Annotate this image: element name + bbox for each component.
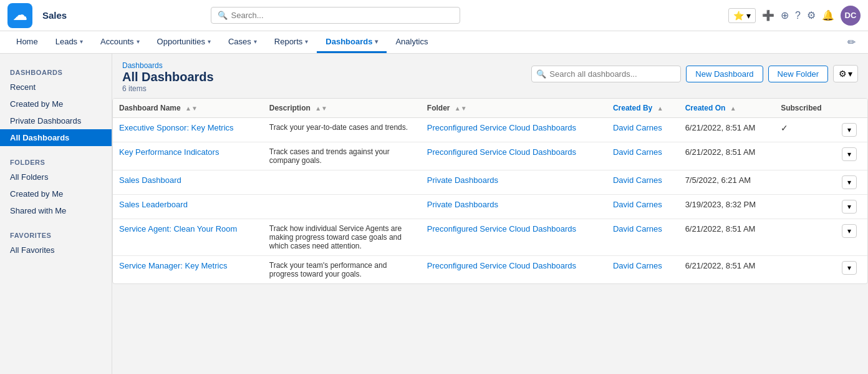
global-search-input[interactable] <box>231 11 453 20</box>
cell-created-by-2: David Carnes <box>607 170 679 195</box>
col-description[interactable]: Description ▲▼ <box>263 99 421 118</box>
sidebar-item-folders-created-by-me[interactable]: Created by Me <box>0 185 112 202</box>
row-actions-button-2[interactable]: ▾ <box>842 175 857 189</box>
nav-tab-accounts[interactable]: Accounts ▾ <box>92 31 148 53</box>
favorites-button[interactable]: ⭐ ▾ <box>728 8 756 23</box>
nav-tab-cases[interactable]: Cases ▾ <box>219 31 266 53</box>
folder-link-5[interactable]: Preconfigured Service Cloud Dashboards <box>427 261 576 270</box>
dashboard-link-0[interactable]: Executive Sponsor: Key Metrics <box>119 123 234 132</box>
new-folder-button[interactable]: New Folder <box>768 66 828 82</box>
nav-tab-dashboards[interactable]: Dashboards ▾ <box>317 31 387 53</box>
folder-link-1[interactable]: Preconfigured Service Cloud Dashboards <box>427 147 576 157</box>
col-actions <box>836 99 867 118</box>
cell-description-2 <box>263 170 421 195</box>
avatar[interactable]: DC <box>841 6 861 26</box>
table-row: Service Agent: Clean Your Room Track how… <box>113 219 867 256</box>
cell-subscribed-3 <box>774 195 836 219</box>
dashboard-link-1[interactable]: Key Performance Indicators <box>119 147 219 157</box>
breadcrumb[interactable]: Dashboards <box>122 61 214 70</box>
sidebar-item-created-by-me[interactable]: Created by Me <box>0 96 112 112</box>
sort-icon-name: ▲▼ <box>185 105 198 112</box>
creator-link-2[interactable]: David Carnes <box>613 175 662 185</box>
creator-link-4[interactable]: David Carnes <box>613 224 662 234</box>
row-actions-button-5[interactable]: ▾ <box>842 261 857 275</box>
cell-created-by-3: David Carnes <box>607 195 679 219</box>
nav-tab-leads[interactable]: Leads ▾ <box>47 31 92 53</box>
cell-dashboard-name-2: Sales Dashboard <box>113 170 263 195</box>
sidebar-item-all-favorites[interactable]: All Favorites <box>0 242 112 258</box>
sidebar-item-private[interactable]: Private Dashboards <box>0 112 112 129</box>
cell-description-5: Track your team's performance and progre… <box>263 256 421 284</box>
bell-icon[interactable]: 🔔 <box>822 9 834 21</box>
dashboard-link-4[interactable]: Service Agent: Clean Your Room <box>119 224 237 234</box>
cell-description-4: Track how individual Service Agents are … <box>263 219 421 256</box>
col-dashboard-name[interactable]: Dashboard Name ▲▼ <box>113 99 263 118</box>
global-search-bar[interactable]: 🔍 <box>211 7 460 24</box>
nav-label-cases: Cases <box>228 37 251 46</box>
cell-created-on-2: 7/5/2022, 6:21 AM <box>679 170 775 195</box>
nav-label-reports: Reports <box>274 37 303 46</box>
creator-link-1[interactable]: David Carnes <box>613 147 662 157</box>
cell-dashboard-name-4: Service Agent: Clean Your Room <box>113 219 263 256</box>
creator-link-0[interactable]: David Carnes <box>613 123 662 132</box>
cell-actions-0: ▾ <box>836 118 867 142</box>
cell-created-on-5: 6/21/2022, 8:51 AM <box>679 256 775 284</box>
col-created-by[interactable]: Created By ▲ <box>607 99 679 118</box>
edit-nav-icon[interactable]: ✏ <box>842 31 861 53</box>
new-dashboard-button[interactable]: New Dashboard <box>686 66 763 82</box>
cell-created-by-0: David Carnes <box>607 118 679 142</box>
dashboard-link-2[interactable]: Sales Dashboard <box>119 175 181 185</box>
folder-link-4[interactable]: Preconfigured Service Cloud Dashboards <box>427 224 576 234</box>
col-folder[interactable]: Folder ▲▼ <box>421 99 607 118</box>
dashboard-link-3[interactable]: Sales Leaderboard <box>119 200 188 209</box>
subscribed-check-icon: ✓ <box>781 123 788 133</box>
cell-subscribed-5 <box>774 256 836 284</box>
settings-dropdown-button[interactable]: ⚙ ▾ <box>833 65 858 82</box>
sort-icon-created-by: ▲ <box>657 105 663 112</box>
cell-dashboard-name-5: Service Manager: Key Metrics <box>113 256 263 284</box>
row-actions-button-4[interactable]: ▾ <box>842 224 857 238</box>
sort-icon-folder: ▲▼ <box>455 105 467 112</box>
cell-actions-2: ▾ <box>836 170 867 195</box>
top-bar-actions: ⭐ ▾ ➕ ⊕ ? ⚙ 🔔 DC <box>728 6 861 26</box>
table-row: Sales Dashboard Private Dashboards David… <box>113 170 867 195</box>
cell-created-by-5: David Carnes <box>607 256 679 284</box>
nav-tab-home[interactable]: Home <box>7 31 47 53</box>
cell-created-by-1: David Carnes <box>607 142 679 170</box>
page-content: DASHBOARDS Recent Created by Me Private … <box>0 54 868 374</box>
creator-link-5[interactable]: David Carnes <box>613 261 662 270</box>
folder-link-0[interactable]: Preconfigured Service Cloud Dashboards <box>427 123 576 132</box>
main-header: Dashboards All Dashboards 6 items 🔍 New … <box>112 54 868 98</box>
sidebar-section-favorites: FAVORITES <box>0 227 112 242</box>
sidebar-item-all-dashboards[interactable]: All Dashboards <box>0 129 112 146</box>
sidebar-item-shared-with-me[interactable]: Shared with Me <box>0 202 112 219</box>
col-created-on[interactable]: Created On ▲ <box>679 99 775 118</box>
row-actions-button-3[interactable]: ▾ <box>842 200 857 214</box>
settings-icon[interactable]: ⚙ <box>807 9 816 21</box>
setup-icon[interactable]: ⊕ <box>781 9 789 21</box>
sidebar-item-recent[interactable]: Recent <box>0 79 112 96</box>
row-actions-button-1[interactable]: ▾ <box>842 147 857 161</box>
folder-link-3[interactable]: Private Dashboards <box>427 200 498 209</box>
creator-link-3[interactable]: David Carnes <box>613 200 662 209</box>
cell-dashboard-name-3: Sales Leaderboard <box>113 195 263 219</box>
folder-link-2[interactable]: Private Dashboards <box>427 175 498 185</box>
help-icon[interactable]: ? <box>795 10 801 21</box>
nav-tab-analytics[interactable]: Analytics <box>387 31 436 53</box>
sort-icon-desc: ▲▼ <box>315 105 327 112</box>
add-icon[interactable]: ➕ <box>762 9 774 21</box>
cell-subscribed-1 <box>774 142 836 170</box>
search-icon: 🔍 <box>218 11 228 20</box>
nav-tab-reports[interactable]: Reports ▾ <box>266 31 317 53</box>
cell-created-by-4: David Carnes <box>607 219 679 256</box>
nav-tab-opportunities[interactable]: Opportunities ▾ <box>148 31 219 53</box>
dashboard-search-input[interactable] <box>531 66 681 82</box>
row-actions-button-0[interactable]: ▾ <box>842 123 857 137</box>
cell-description-3 <box>263 195 421 219</box>
sidebar-item-all-folders[interactable]: All Folders <box>0 169 112 185</box>
cell-dashboard-name-1: Key Performance Indicators <box>113 142 263 170</box>
cell-folder-0: Preconfigured Service Cloud Dashboards <box>421 118 607 142</box>
table-row: Sales Leaderboard Private Dashboards Dav… <box>113 195 867 219</box>
cell-folder-4: Preconfigured Service Cloud Dashboards <box>421 219 607 256</box>
dashboard-link-5[interactable]: Service Manager: Key Metrics <box>119 261 227 270</box>
